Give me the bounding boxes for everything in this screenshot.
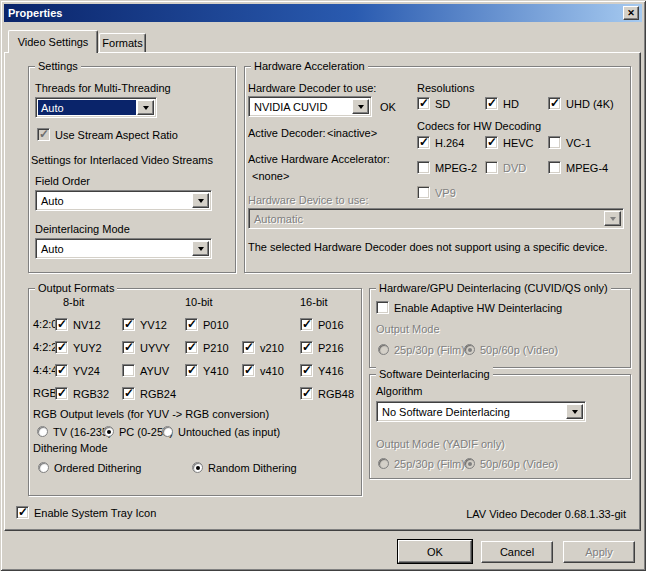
radio-circle[interactable] — [103, 426, 114, 437]
label: HD — [503, 98, 519, 110]
checkbox-mpeg-4[interactable]: MPEG-4 — [548, 160, 608, 175]
checkbox-box[interactable] — [55, 364, 68, 377]
radio-circle[interactable] — [192, 462, 203, 473]
checkbox-yv12[interactable]: YV12 — [122, 317, 167, 332]
label: 50p/60p (Video) — [480, 344, 558, 356]
label: MPEG-2 — [435, 162, 477, 174]
field-order-combo[interactable]: Auto — [35, 190, 212, 211]
dropdown-arrow-icon[interactable] — [192, 193, 209, 208]
checkbox-rgb32[interactable]: RGB32 — [55, 386, 109, 401]
checkbox-yuy2[interactable]: YUY2 — [55, 340, 102, 355]
algorithm-combo[interactable]: No Software Deinterlacing — [376, 401, 586, 422]
checkbox-sd[interactable]: SD — [417, 96, 450, 111]
checkbox-box[interactable] — [185, 318, 198, 331]
radio-untouched-as-input[interactable]: Untouched (as input) — [162, 424, 280, 439]
tab-formats[interactable]: Formats — [99, 33, 146, 52]
cancel-button[interactable]: Cancel — [481, 541, 553, 563]
checkbox-uhd-4k[interactable]: UHD (4K) — [548, 96, 614, 111]
dropdown-arrow-icon[interactable] — [566, 404, 583, 419]
radio-circle[interactable] — [38, 462, 49, 473]
radio-50p-60p-video: 50p/60p (Video) — [464, 456, 558, 471]
checkbox-box[interactable] — [55, 387, 68, 400]
radio-ordered-dithering[interactable]: Ordered Dithering — [38, 460, 141, 475]
checkbox-box[interactable] — [55, 318, 68, 331]
checkbox-p216[interactable]: P216 — [300, 340, 344, 355]
label: Y416 — [318, 365, 344, 377]
checkbox-yv24[interactable]: YV24 — [55, 363, 100, 378]
checkbox-box[interactable] — [417, 161, 430, 174]
checkbox-nv12[interactable]: NV12 — [55, 317, 101, 332]
checkbox-box[interactable] — [16, 506, 29, 519]
checkbox-box[interactable] — [185, 364, 198, 377]
checkbox-p210[interactable]: P210 — [185, 340, 229, 355]
group-title: Hardware Acceleration — [251, 59, 368, 73]
checkbox-hd[interactable]: HD — [485, 96, 519, 111]
checkbox-box[interactable] — [417, 136, 430, 149]
group-title: Settings — [35, 59, 81, 73]
label: RGB24 — [140, 388, 176, 400]
checkbox-box[interactable] — [242, 341, 255, 354]
checkbox-ayuv[interactable]: AYUV — [122, 363, 169, 378]
dropdown-arrow-icon[interactable] — [352, 99, 369, 114]
dropdown-arrow-icon[interactable] — [137, 100, 154, 115]
properties-dialog: Properties ✕ Video Settings Formats Sett… — [0, 0, 646, 571]
checkbox-y416[interactable]: Y416 — [300, 363, 344, 378]
checkbox-box — [417, 186, 430, 199]
checkbox-h-264[interactable]: H.264 — [417, 135, 464, 150]
radio-tv-16-235[interactable]: TV (16-235) — [37, 424, 112, 439]
checkbox-y410[interactable]: Y410 — [185, 363, 229, 378]
checkbox-box[interactable] — [185, 341, 198, 354]
checkbox-vc-1[interactable]: VC-1 — [548, 135, 591, 150]
deinterlacing-mode-combo[interactable]: Auto — [35, 238, 212, 259]
hw-device-combo: Automatic — [248, 208, 624, 229]
checkbox-box[interactable] — [122, 364, 135, 377]
checkbox-box[interactable] — [122, 341, 135, 354]
dropdown-arrow-icon[interactable] — [192, 241, 209, 256]
checkbox-v210[interactable]: v210 — [242, 340, 284, 355]
checkbox-p016[interactable]: P016 — [300, 317, 344, 332]
label: SD — [435, 98, 450, 110]
close-button[interactable]: ✕ — [623, 6, 639, 20]
checkbox-box[interactable] — [242, 364, 255, 377]
checkbox-box[interactable] — [548, 161, 561, 174]
checkbox-mpeg-2[interactable]: MPEG-2 — [417, 160, 477, 175]
checkbox-box[interactable] — [122, 387, 135, 400]
radio-random-dithering[interactable]: Random Dithering — [192, 460, 297, 475]
checkbox-box[interactable] — [376, 301, 389, 314]
checkbox-box[interactable] — [300, 318, 313, 331]
active-decoder-label: Active Decoder: — [248, 127, 326, 139]
checkbox-rgb48[interactable]: RGB48 — [300, 386, 354, 401]
field-order-label: Field Order — [35, 175, 90, 187]
titlebar[interactable]: Properties ✕ — [4, 4, 642, 22]
adaptive-hw-deint-checkbox[interactable]: Enable Adaptive HW Deinterlacing — [376, 300, 562, 315]
tab-video-settings[interactable]: Video Settings — [8, 30, 98, 53]
checkbox-box[interactable] — [300, 341, 313, 354]
checkbox-box[interactable] — [300, 364, 313, 377]
checkbox-box[interactable] — [548, 136, 561, 149]
ok-button[interactable]: OK — [398, 540, 472, 563]
radio-circle — [378, 458, 389, 469]
label: NV12 — [73, 319, 101, 331]
checkbox-v410[interactable]: v410 — [242, 363, 284, 378]
checkbox-box[interactable] — [37, 128, 50, 141]
label: Ordered Dithering — [54, 462, 141, 474]
checkbox-hevc[interactable]: HEVC — [485, 135, 534, 150]
checkbox-p010[interactable]: P010 — [185, 317, 229, 332]
checkbox-box[interactable] — [300, 387, 313, 400]
checkbox-box[interactable] — [485, 97, 498, 110]
hw-decoder-combo[interactable]: NVIDIA CUVID — [248, 96, 372, 117]
use-stream-aspect-checkbox[interactable]: Use Stream Aspect Ratio — [37, 127, 178, 142]
radio-circle[interactable] — [162, 426, 173, 437]
checkbox-uyvy[interactable]: UYVY — [122, 340, 170, 355]
checkbox-box[interactable] — [548, 97, 561, 110]
radio-circle[interactable] — [37, 426, 48, 437]
threads-combo[interactable]: Auto — [35, 97, 157, 118]
checkbox-rgb24[interactable]: RGB24 — [122, 386, 176, 401]
column-header-10bit: 10-bit — [185, 296, 213, 308]
checkbox-box[interactable] — [122, 318, 135, 331]
checkbox-box[interactable] — [55, 341, 68, 354]
checkbox-box[interactable] — [417, 97, 430, 110]
checkbox-box[interactable] — [485, 136, 498, 149]
system-tray-checkbox[interactable]: Enable System Tray Icon — [16, 505, 156, 520]
threads-label: Threads for Multi-Threading — [35, 82, 171, 94]
